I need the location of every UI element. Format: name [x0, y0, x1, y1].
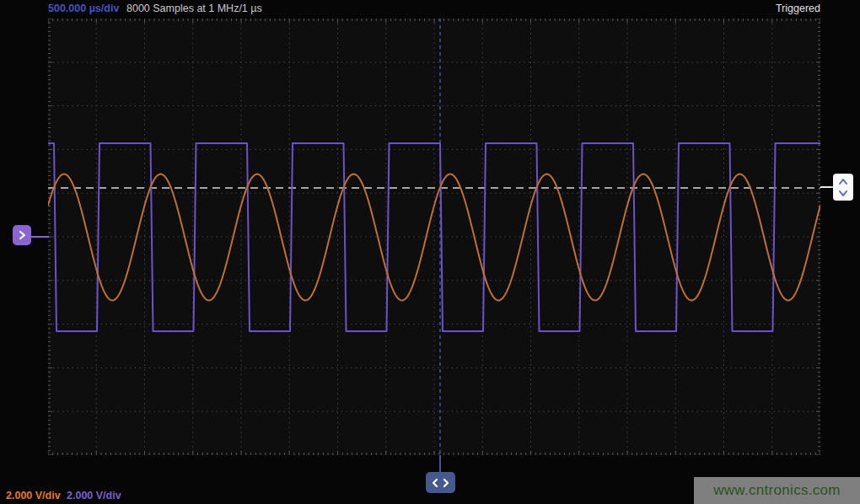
samples-info-label: 8000 Samples at 1 MHz/1 µs — [126, 3, 262, 14]
chevron-right-icon — [442, 477, 450, 489]
scope-plot[interactable] — [48, 19, 820, 455]
channel2-offset-marker[interactable] — [13, 225, 31, 245]
trigger-position-button[interactable] — [426, 472, 455, 493]
chevron-right-icon — [16, 229, 28, 241]
channel2-scale-label: 2.000 V/div — [67, 490, 121, 501]
trigger-level-button[interactable] — [833, 174, 853, 201]
waveform-canvas — [48, 19, 820, 455]
channel1-scale-label: 2.000 V/div — [6, 490, 61, 501]
status-bar: 500.000 µs/div 8000 Samples at 1 MHz/1 µ… — [0, 0, 860, 19]
watermark: www.cntronics.com — [694, 477, 860, 504]
timebase-label: 500.000 µs/div — [48, 3, 119, 14]
trigger-position-connector-line — [439, 455, 441, 472]
chevron-up-icon — [837, 177, 849, 187]
channel2-offset-line — [31, 236, 49, 238]
watermark-text: www.cntronics.com — [713, 482, 841, 499]
trigger-status-label: Triggered — [776, 3, 820, 14]
chevron-left-icon — [431, 477, 439, 489]
trigger-level-connector-line — [820, 186, 833, 188]
chevron-down-icon — [837, 188, 849, 198]
